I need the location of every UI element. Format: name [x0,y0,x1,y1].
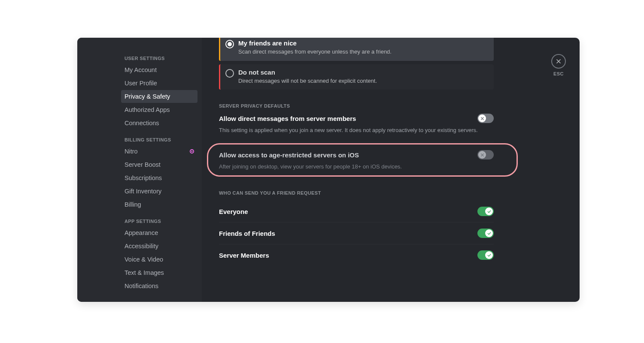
sidebar-item-label: My Account [125,66,157,73]
setting-allow-dm-server-members: Allow direct messages from server member… [219,114,494,124]
sidebar-item-label: Appearance [125,229,158,236]
setting-label: Allow access to age-restricted servers o… [219,151,359,159]
friend-request-server-members: Server Members [219,244,494,266]
sidebar-item-notifications[interactable]: Notifications [121,280,197,292]
sidebar-item-text-images[interactable]: Text & Images [121,266,197,279]
section-heading-server-privacy: SERVER PRIVACY DEFAULTS [219,103,494,108]
sidebar-item-accessibility[interactable]: Accessibility [121,240,197,253]
sidebar-item-connections[interactable]: Connections [121,117,197,129]
radio-unselected-icon [225,69,234,78]
scan-option-title: Do not scan [238,69,377,76]
sidebar-item-appearance[interactable]: Appearance [121,226,197,239]
sidebar-item-label: Billing [125,201,141,208]
sidebar-item-voice-video[interactable]: Voice & Video [121,253,197,266]
sidebar-item-server-boost[interactable]: Server Boost [121,158,197,171]
sidebar-item-label: Connections [125,120,159,126]
sidebar-item-label: Text & Images [125,269,164,276]
toggle-knob-on-icon [485,251,493,259]
sidebar-item-label: Privacy & Safety [125,93,170,100]
sidebar-item-privacy-safety[interactable]: Privacy & Safety [121,90,197,103]
sidebar-item-gift-inventory[interactable]: Gift Inventory [121,185,197,198]
esc-label: ESC [551,71,566,76]
toggle-knob-on-icon [485,208,493,215]
sidebar-item-label: Server Boost [125,161,161,168]
sidebar-item-label: Nitro [125,148,138,155]
scan-option-friends-nice[interactable]: My friends are nice Scan direct messages… [219,38,494,61]
divider [219,142,494,142]
sidebar-item-label: Notifications [125,283,158,289]
sidebar-heading-billing-settings: BILLING SETTINGS [121,135,197,145]
scan-option-desc: Scan direct messages from everyone unles… [238,48,392,56]
toggle-friend-fof[interactable] [477,229,494,238]
toggle-age-restricted-ios[interactable] [477,150,494,159]
toggle-knob-on-icon [485,229,493,237]
sidebar-item-my-account[interactable]: My Account [121,63,197,76]
close-settings: ESC [551,54,566,76]
setting-label: Everyone [219,208,248,215]
friend-request-everyone: Everyone [219,201,494,223]
toggle-knob-off-icon [478,151,486,159]
setting-allow-age-restricted-ios: Allow access to age-restricted servers o… [219,150,494,171]
toggle-friend-everyone[interactable] [477,207,494,216]
scan-option-title: My friends are nice [238,39,392,47]
section-heading-friend-requests: WHO CAN SEND YOU A FRIEND REQUEST [219,190,494,196]
toggle-allow-dm[interactable] [477,114,494,123]
setting-label: Friends of Friends [219,230,275,237]
setting-label: Server Members [219,252,269,259]
sidebar-item-label: Accessibility [125,243,158,250]
toggle-knob-off-icon [478,114,486,122]
scan-option-desc: Direct messages will not be scanned for … [238,77,377,85]
setting-desc: This setting is applied when you join a … [219,126,494,134]
sidebar-heading-app-settings: APP SETTINGS [121,217,197,226]
radio-selected-icon [225,40,234,48]
scan-option-do-not-scan[interactable]: Do not scan Direct messages will not be … [219,64,494,90]
svg-point-1 [191,151,193,152]
close-button[interactable] [551,54,566,69]
sidebar-item-user-profile[interactable]: User Profile [121,77,197,90]
sidebar-item-nitro[interactable]: Nitro [121,145,197,158]
sidebar-item-label: Gift Inventory [125,188,161,195]
settings-content: ESC My friends are nice Scan direct mess… [202,38,580,302]
sidebar-item-label: User Profile [125,80,157,87]
sidebar-item-label: Subscriptions [125,175,162,181]
toggle-friend-server-members[interactable] [477,250,494,260]
settings-window: USER SETTINGS My Account User Profile Pr… [77,38,580,302]
setting-desc: After joining on desktop, view your serv… [219,163,494,171]
sidebar-heading-user-settings: USER SETTINGS [121,54,197,63]
friend-request-friends-of-friends: Friends of Friends [219,223,494,244]
nitro-badge-icon [189,148,195,154]
sidebar-item-billing[interactable]: Billing [121,198,197,211]
sidebar-item-label: Voice & Video [125,256,163,263]
sidebar-item-label: Authorized Apps [125,106,170,113]
sidebar-item-authorized-apps[interactable]: Authorized Apps [121,103,197,116]
settings-sidebar: USER SETTINGS My Account User Profile Pr… [77,38,202,302]
setting-label: Allow direct messages from server member… [219,115,356,122]
sidebar-item-subscriptions[interactable]: Subscriptions [121,172,197,184]
